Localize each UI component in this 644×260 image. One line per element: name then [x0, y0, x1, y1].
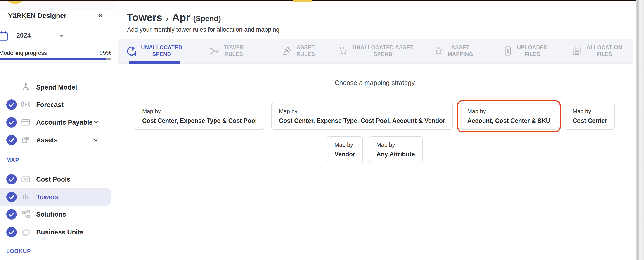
strategy-cards-row-2: Map by Vendor Map by Any Attribute [116, 136, 633, 163]
cart-alert-icon [338, 46, 348, 56]
tab-asset-rules[interactable]: ASSETRULES [262, 39, 334, 63]
tab-unallocated-asset-spend[interactable]: UNALLOCATED ASSETSPEND [334, 39, 417, 63]
tab-unallocated-spend[interactable]: UNALLOCATEDSPEND [118, 39, 190, 63]
tab-label: UNALLOCATED ASSETSPEND [352, 44, 413, 58]
tab-uploaded-files[interactable]: UPLOADEDFILES [489, 39, 561, 63]
sidebar-item-business-units[interactable]: Business Units [0, 224, 111, 241]
sidebar-item-forecast[interactable]: Forecast [0, 96, 111, 113]
chevron-down-icon[interactable] [93, 138, 99, 142]
card-prefix: Map by [572, 108, 607, 115]
collapse-sidebar-button[interactable]: « [98, 10, 103, 20]
check-circle-icon [6, 117, 17, 128]
card-value: Account, Cost Center & SKU [468, 117, 550, 124]
check-circle-icon [6, 135, 17, 145]
sidebar-item-solutions[interactable]: Solutions [0, 206, 111, 223]
copy-document-icon [572, 46, 582, 56]
strategy-card-cost-center[interactable]: Map by Cost Center [565, 103, 615, 130]
scrollbar-thumb[interactable] [636, 0, 639, 260]
broadcast-icon [21, 100, 31, 110]
sidebar-item-label: Spend Model [36, 84, 77, 91]
strategy-card-account-cost-center-sku[interactable]: Map by Account, Cost Center & SKU [460, 103, 558, 130]
tab-label: ALLOCATIONFILES [586, 44, 622, 58]
briefcase-icon [21, 227, 31, 237]
sidebar-item-cost-pools[interactable]: 100 Cost Pools [0, 171, 111, 188]
progress-fill [0, 58, 106, 60]
breadcrumb-suffix: (Spend) [193, 14, 221, 23]
sidebar-item-label: Accounts Payable [36, 119, 93, 126]
layers-icon [21, 135, 31, 145]
sidebar-item-towers[interactable]: Towers [0, 188, 111, 206]
check-circle-icon [6, 192, 17, 202]
tab-label: UNALLOCATEDSPEND [141, 44, 182, 58]
tab-label: ASSETMAPPING [448, 44, 473, 58]
app-screen: YäRKEN Designer « 2024 Modelling progres… [0, 0, 644, 260]
sidebar: YäRKEN Designer « 2024 Modelling progres… [0, 0, 116, 260]
check-circle-icon [6, 174, 17, 184]
strategy-card-cost-center-expense-type-cost-pool[interactable]: Map by Cost Center, Expense Type & Cost … [134, 103, 264, 130]
card-prefix: Map by [334, 142, 355, 148]
section-label-lookup: LOOKUP [6, 248, 31, 254]
sidebar-item-label: Forecast [36, 101, 64, 108]
attach-file-icon [503, 46, 513, 56]
money-100-icon: 100 [21, 174, 31, 184]
sidebar-item-label: Business Units [36, 228, 84, 236]
breadcrumb: Towers › Apr (Spend) [127, 11, 221, 24]
strategy-cards-row-1: Map by Cost Center, Expense Type & Cost … [116, 103, 633, 130]
strategy-card-vendor[interactable]: Map by Vendor [327, 136, 363, 163]
page-subtitle: Add your monthly tower rules for allocat… [127, 26, 280, 33]
breadcrumb-apr: Apr [172, 11, 190, 24]
tab-allocation-files[interactable]: ALLOCATIONFILES [561, 39, 633, 63]
card-prefix: Map by [376, 142, 415, 148]
strategy-card-cc-et-cp-account-vendor[interactable]: Map by Cost Center, Expense Type, Cost P… [271, 103, 453, 130]
progress-label: Modelling progress [0, 50, 47, 56]
merge-arrow-icon [209, 46, 220, 56]
sidebar-item-label: Assets [36, 136, 58, 144]
calendar-icon [0, 31, 8, 41]
hierarchy-icon [21, 209, 31, 219]
card-prefix: Map by [279, 108, 445, 115]
sidebar-item-label: Towers [36, 193, 58, 201]
tab-tower-rules[interactable]: TOWERRULES [190, 39, 262, 63]
tab-asset-mapping[interactable]: ASSETMAPPING [417, 39, 489, 63]
app-title: YäRKEN Designer [8, 12, 66, 20]
check-circle-icon [6, 227, 17, 238]
section-label-map: MAP [6, 157, 19, 163]
pie-alert-icon [127, 46, 137, 56]
sidebar-item-accounts-payable[interactable]: Accounts Payable [0, 114, 111, 131]
card-value: Cost Center, Expense Type & Cost Pool [142, 117, 257, 124]
sidebar-item-label: Cost Pools [36, 176, 70, 183]
breadcrumb-separator-icon: › [166, 14, 168, 23]
card-value: Cost Center [572, 117, 607, 124]
sidebar-divider [4, 69, 108, 69]
card-value: Cost Center, Expense Type, Cost Pool, Ac… [279, 117, 445, 124]
bar-chart-icon [21, 192, 31, 202]
sidebar-item-assets[interactable]: Assets [0, 131, 111, 148]
card-prefix: Map by [142, 108, 257, 115]
check-circle-icon [6, 209, 17, 220]
year-value: 2024 [16, 32, 31, 39]
sidebar-item-label: Solutions [36, 211, 66, 218]
strategy-card-any-attribute[interactable]: Map by Any Attribute [369, 136, 422, 163]
tab-label: ASSETRULES [296, 44, 315, 58]
gavel-icon [282, 46, 292, 56]
tab-label: UPLOADEDFILES [517, 44, 548, 58]
chevron-down-icon[interactable] [93, 120, 99, 125]
chevron-down-icon [59, 35, 64, 37]
vertical-scrollbar[interactable] [636, 0, 644, 260]
active-tab-underline [129, 61, 180, 64]
svg-text:100: 100 [24, 178, 28, 181]
year-selector[interactable]: 2024 [0, 30, 116, 42]
progress-value: 95% [100, 49, 111, 56]
breadcrumb-towers[interactable]: Towers [127, 11, 162, 24]
strategy-heading: Choose a mapping strategy [116, 79, 633, 86]
sidebar-item-spend-model[interactable]: Spend Model [0, 79, 111, 96]
credit-card-icon [21, 117, 31, 127]
top-yellow-segment [292, 0, 312, 2]
top-edge-bar [0, 0, 636, 1]
card-value: Any Attribute [376, 151, 415, 158]
tab-strip: UNALLOCATEDSPEND TOWERRULES [118, 39, 633, 64]
check-circle-icon [6, 100, 17, 110]
tab-label: TOWERRULES [224, 44, 244, 58]
card-prefix: Map by [468, 108, 550, 115]
card-value: Vendor [334, 151, 355, 158]
